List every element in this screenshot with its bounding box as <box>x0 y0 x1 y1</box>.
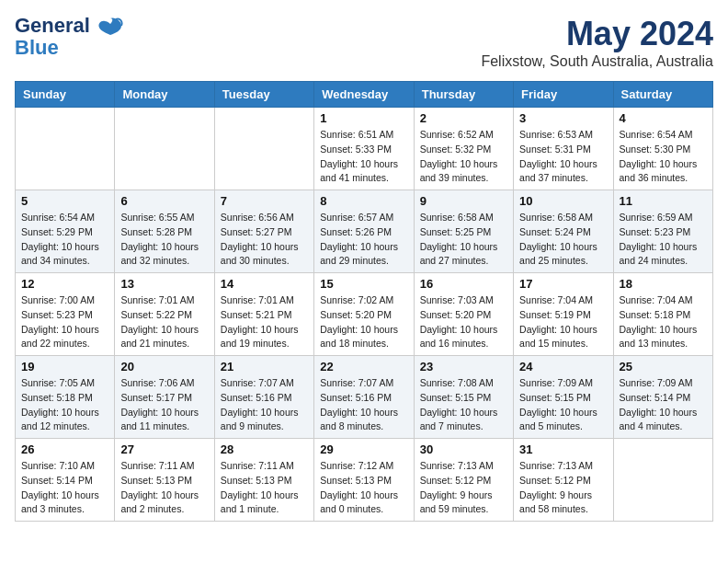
day-number: 1 <box>320 111 407 125</box>
calendar-day-23: 23Sunrise: 7:08 AMSunset: 5:15 PMDayligh… <box>414 356 513 439</box>
day-number: 26 <box>21 442 108 456</box>
calendar-day-1: 1Sunrise: 6:51 AMSunset: 5:33 PMDaylight… <box>314 108 414 190</box>
calendar-day-8: 8Sunrise: 6:57 AMSunset: 5:26 PMDaylight… <box>314 190 414 273</box>
day-number: 23 <box>420 360 507 373</box>
day-number: 16 <box>420 277 507 291</box>
calendar-week-row: 19Sunrise: 7:05 AMSunset: 5:18 PMDayligh… <box>16 356 713 439</box>
calendar-day-9: 9Sunrise: 6:58 AMSunset: 5:25 PMDaylight… <box>414 190 513 273</box>
day-number: 10 <box>519 194 607 208</box>
calendar-day-31: 31Sunrise: 7:13 AMSunset: 5:12 PMDayligh… <box>514 439 613 522</box>
calendar-day-14: 14Sunrise: 7:01 AMSunset: 5:21 PMDayligh… <box>214 273 313 356</box>
calendar-week-row: 1Sunrise: 6:51 AMSunset: 5:33 PMDaylight… <box>16 108 713 190</box>
day-number: 31 <box>519 442 607 456</box>
main-title: May 2024 <box>481 15 713 53</box>
day-header-sunday: Sunday <box>16 82 115 108</box>
day-header-wednesday: Wednesday <box>314 82 414 108</box>
calendar-day-29: 29Sunrise: 7:12 AMSunset: 5:13 PMDayligh… <box>314 439 414 522</box>
calendar-table: SundayMondayTuesdayWednesdayThursdayFrid… <box>15 81 713 522</box>
day-number: 8 <box>320 194 407 208</box>
day-number: 27 <box>120 442 208 456</box>
day-info: Sunrise: 7:04 AMSunset: 5:18 PMDaylight:… <box>620 293 707 351</box>
calendar-week-row: 26Sunrise: 7:10 AMSunset: 5:14 PMDayligh… <box>16 439 713 522</box>
day-info: Sunrise: 7:09 AMSunset: 5:14 PMDaylight:… <box>620 376 707 434</box>
day-number: 22 <box>320 360 407 373</box>
day-info: Sunrise: 6:58 AMSunset: 5:25 PMDaylight:… <box>420 211 507 269</box>
calendar-header-row: SundayMondayTuesdayWednesdayThursdayFrid… <box>16 82 713 108</box>
day-info: Sunrise: 7:02 AMSunset: 5:20 PMDaylight:… <box>320 293 407 351</box>
day-info: Sunrise: 7:13 AMSunset: 5:12 PMDaylight:… <box>519 459 607 517</box>
calendar-week-row: 12Sunrise: 7:00 AMSunset: 5:23 PMDayligh… <box>16 273 713 356</box>
day-info: Sunrise: 7:07 AMSunset: 5:16 PMDaylight:… <box>221 376 308 434</box>
day-number: 17 <box>519 277 607 291</box>
day-number: 14 <box>221 277 308 291</box>
page-header: General Blue May 2024 Felixstow, South A… <box>15 15 713 70</box>
day-number: 25 <box>620 360 707 373</box>
day-info: Sunrise: 7:00 AMSunset: 5:23 PMDaylight:… <box>21 293 108 351</box>
day-info: Sunrise: 6:55 AMSunset: 5:28 PMDaylight:… <box>120 211 208 269</box>
day-info: Sunrise: 6:58 AMSunset: 5:24 PMDaylight:… <box>519 211 607 269</box>
day-number: 21 <box>221 360 308 373</box>
day-header-saturday: Saturday <box>613 82 712 108</box>
calendar-day-21: 21Sunrise: 7:07 AMSunset: 5:16 PMDayligh… <box>214 356 313 439</box>
day-number: 4 <box>620 111 707 125</box>
day-info: Sunrise: 6:51 AMSunset: 5:33 PMDaylight:… <box>320 128 407 186</box>
day-info: Sunrise: 6:53 AMSunset: 5:31 PMDaylight:… <box>519 128 607 186</box>
day-info: Sunrise: 7:08 AMSunset: 5:15 PMDaylight:… <box>420 376 507 434</box>
logo: General Blue <box>15 15 123 59</box>
calendar-day-16: 16Sunrise: 7:03 AMSunset: 5:20 PMDayligh… <box>414 273 513 356</box>
calendar-day-17: 17Sunrise: 7:04 AMSunset: 5:19 PMDayligh… <box>514 273 613 356</box>
day-number: 5 <box>21 194 108 208</box>
day-info: Sunrise: 7:10 AMSunset: 5:14 PMDaylight:… <box>21 459 108 517</box>
day-header-monday: Monday <box>115 82 214 108</box>
day-number: 13 <box>120 277 208 291</box>
calendar-day-empty <box>115 108 214 190</box>
day-header-thursday: Thursday <box>414 82 513 108</box>
day-info: Sunrise: 7:12 AMSunset: 5:13 PMDaylight:… <box>320 459 407 517</box>
day-number: 9 <box>420 194 507 208</box>
day-info: Sunrise: 7:11 AMSunset: 5:13 PMDaylight:… <box>120 459 208 517</box>
calendar-day-10: 10Sunrise: 6:58 AMSunset: 5:24 PMDayligh… <box>514 190 613 273</box>
calendar-week-row: 5Sunrise: 6:54 AMSunset: 5:29 PMDaylight… <box>16 190 713 273</box>
title-block: May 2024 Felixstow, South Australia, Aus… <box>481 15 713 70</box>
calendar-day-3: 3Sunrise: 6:53 AMSunset: 5:31 PMDaylight… <box>514 108 613 190</box>
calendar-day-5: 5Sunrise: 6:54 AMSunset: 5:29 PMDaylight… <box>16 190 115 273</box>
day-info: Sunrise: 6:59 AMSunset: 5:23 PMDaylight:… <box>620 211 707 269</box>
day-info: Sunrise: 7:01 AMSunset: 5:21 PMDaylight:… <box>221 293 308 351</box>
calendar-day-19: 19Sunrise: 7:05 AMSunset: 5:18 PMDayligh… <box>16 356 115 439</box>
calendar-day-20: 20Sunrise: 7:06 AMSunset: 5:17 PMDayligh… <box>115 356 214 439</box>
day-info: Sunrise: 6:52 AMSunset: 5:32 PMDaylight:… <box>420 128 507 186</box>
day-info: Sunrise: 6:56 AMSunset: 5:27 PMDaylight:… <box>221 211 308 269</box>
day-info: Sunrise: 7:01 AMSunset: 5:22 PMDaylight:… <box>120 293 208 351</box>
calendar-day-4: 4Sunrise: 6:54 AMSunset: 5:30 PMDaylight… <box>613 108 712 190</box>
calendar-day-15: 15Sunrise: 7:02 AMSunset: 5:20 PMDayligh… <box>314 273 414 356</box>
day-number: 24 <box>519 360 607 373</box>
calendar-day-25: 25Sunrise: 7:09 AMSunset: 5:14 PMDayligh… <box>613 356 712 439</box>
day-number: 30 <box>420 442 507 456</box>
day-info: Sunrise: 7:06 AMSunset: 5:17 PMDaylight:… <box>120 376 208 434</box>
day-info: Sunrise: 7:04 AMSunset: 5:19 PMDaylight:… <box>519 293 607 351</box>
day-number: 3 <box>519 111 607 125</box>
day-info: Sunrise: 6:54 AMSunset: 5:30 PMDaylight:… <box>620 128 707 186</box>
logo-line2: Blue <box>15 37 59 59</box>
calendar-day-22: 22Sunrise: 7:07 AMSunset: 5:16 PMDayligh… <box>314 356 414 439</box>
calendar-day-24: 24Sunrise: 7:09 AMSunset: 5:15 PMDayligh… <box>514 356 613 439</box>
day-number: 11 <box>620 194 707 208</box>
day-number: 19 <box>21 360 108 373</box>
day-info: Sunrise: 6:54 AMSunset: 5:29 PMDaylight:… <box>21 211 108 269</box>
day-number: 29 <box>320 442 407 456</box>
calendar-day-empty <box>613 439 712 522</box>
calendar-day-27: 27Sunrise: 7:11 AMSunset: 5:13 PMDayligh… <box>115 439 214 522</box>
calendar-day-7: 7Sunrise: 6:56 AMSunset: 5:27 PMDaylight… <box>214 190 313 273</box>
calendar-day-12: 12Sunrise: 7:00 AMSunset: 5:23 PMDayligh… <box>16 273 115 356</box>
day-info: Sunrise: 7:09 AMSunset: 5:15 PMDaylight:… <box>519 376 607 434</box>
calendar-day-30: 30Sunrise: 7:13 AMSunset: 5:12 PMDayligh… <box>414 439 513 522</box>
calendar-day-13: 13Sunrise: 7:01 AMSunset: 5:22 PMDayligh… <box>115 273 214 356</box>
calendar-day-2: 2Sunrise: 6:52 AMSunset: 5:32 PMDaylight… <box>414 108 513 190</box>
day-info: Sunrise: 7:03 AMSunset: 5:20 PMDaylight:… <box>420 293 507 351</box>
day-info: Sunrise: 7:05 AMSunset: 5:18 PMDaylight:… <box>21 376 108 434</box>
subtitle: Felixstow, South Australia, Australia <box>481 53 713 70</box>
day-info: Sunrise: 6:57 AMSunset: 5:26 PMDaylight:… <box>320 211 407 269</box>
calendar-day-empty <box>214 108 313 190</box>
day-number: 15 <box>320 277 407 291</box>
day-info: Sunrise: 7:07 AMSunset: 5:16 PMDaylight:… <box>320 376 407 434</box>
